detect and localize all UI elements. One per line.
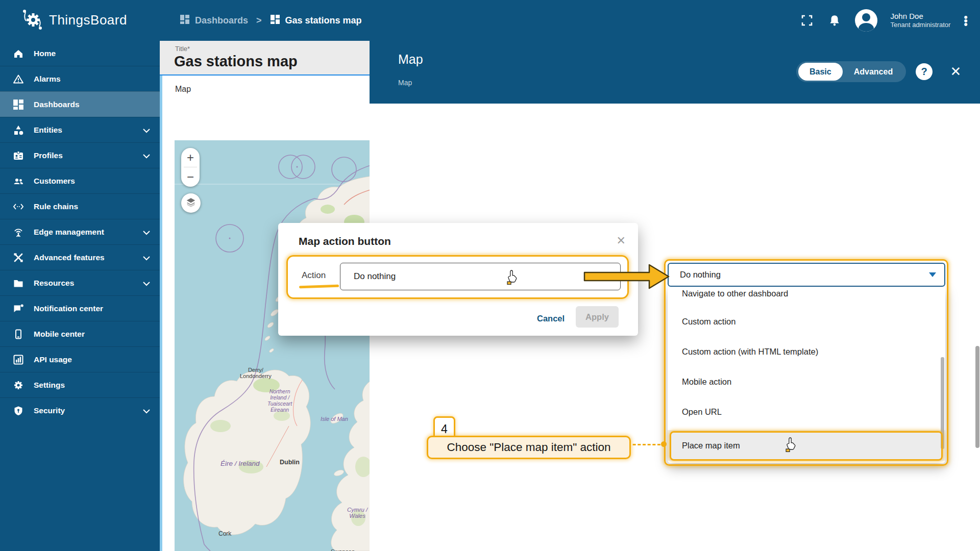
option-mobile-action[interactable]: Mobile action [668, 367, 945, 396]
dialog-action-select[interactable]: Do nothing [340, 263, 621, 290]
sidebar-item-advanced-features[interactable]: Advanced features [0, 244, 160, 270]
home-icon [12, 47, 24, 60]
panel-scrollbar[interactable] [975, 346, 979, 448]
action-field-label: Action [302, 270, 326, 281]
thingsboard-logo: ThingsBoard [21, 7, 127, 33]
app-header: ThingsBoard Dashboards > Gas stations ma… [0, 0, 980, 41]
breadcrumb-dashboards[interactable]: Dashboards [180, 14, 248, 27]
sidebar: Home Alarms Dashboards Entities Profiles… [0, 41, 160, 551]
option-place-map-item[interactable]: Place map item [668, 430, 945, 461]
map-layers-button[interactable] [181, 193, 201, 213]
chevron-down-icon [142, 127, 151, 136]
tools-icon [12, 252, 24, 264]
sidebar-item-security[interactable]: Security [0, 397, 160, 423]
layers-icon [185, 196, 197, 210]
notification-flag-icon [12, 303, 24, 315]
widget-title: Map [175, 85, 191, 94]
sidebar-item-dashboards[interactable]: Dashboards [0, 91, 160, 117]
label-underline-annotation [299, 285, 339, 289]
chart-icon [12, 354, 24, 366]
option-open-url[interactable]: Open URL [668, 397, 945, 426]
step-arrow-annotation [582, 259, 674, 294]
option-custom-action[interactable]: Custom action [668, 307, 945, 336]
user-name: John Doe [891, 11, 951, 21]
chevron-down-icon [142, 280, 151, 289]
badge-icon [12, 149, 24, 162]
breadcrumb-current[interactable]: Gas stations map [270, 14, 362, 27]
sidebar-item-notification-center[interactable]: Notification center [0, 295, 160, 321]
zoom-out-button[interactable]: − [181, 167, 200, 186]
annotation-connector-dot [661, 441, 667, 447]
cancel-button[interactable]: Cancel [537, 314, 568, 323]
gear-logo-icon [21, 7, 43, 33]
user-info: John Doe Tenant administrator [891, 11, 951, 30]
sidebar-item-settings[interactable]: Settings [0, 372, 160, 397]
option-navigate-dashboard[interactable]: Navigate to other dashboard [668, 287, 945, 305]
close-icon[interactable]: ✕ [947, 63, 964, 80]
dashboards-grid-icon [12, 98, 24, 111]
tab-advanced[interactable]: Advanced [843, 63, 904, 81]
settings-title: Map [398, 52, 423, 67]
dashboard-grid-icon [270, 14, 280, 27]
title-field-label: Title* [175, 45, 190, 53]
breadcrumb-separator: > [256, 15, 262, 26]
select-caret-icon [929, 272, 936, 277]
dialog-close-icon[interactable]: ✕ [617, 234, 626, 247]
sidebar-item-customers[interactable]: Customers [0, 168, 160, 193]
breadcrumb: Dashboards > Gas stations map [180, 0, 362, 41]
user-role: Tenant administrator [891, 21, 951, 30]
shield-icon [12, 405, 24, 417]
action-field-highlight: Action Do nothing [286, 255, 629, 299]
logo-text: ThingsBoard [49, 12, 127, 28]
map-graphic [175, 140, 372, 551]
gear-icon [12, 379, 24, 391]
sidebar-item-rule-chains[interactable]: Rule chains [0, 193, 160, 219]
warning-icon [12, 73, 24, 85]
widget-settings-header: Map Map Basic Advanced ? ✕ [370, 41, 980, 104]
rule-chain-icon [12, 201, 24, 213]
action-type-dropdown: Navigate to other dashboard Custom actio… [668, 287, 945, 463]
sidebar-item-alarms[interactable]: Alarms [0, 66, 160, 91]
phone-icon [12, 328, 24, 340]
annotation-text: Choose "Place map item" action [447, 441, 610, 454]
dropdown-scrollbar[interactable] [941, 357, 944, 449]
sidebar-item-edge-management[interactable]: Edge management [0, 219, 160, 244]
tab-basic[interactable]: Basic [798, 63, 843, 81]
sidebar-item-resources[interactable]: Resources [0, 270, 160, 295]
action-type-value: Do nothing [669, 270, 929, 280]
shapes-icon [12, 124, 24, 136]
dialog-action-value: Do nothing [340, 271, 396, 282]
option-custom-action-html[interactable]: Custom action (with HTML template) [668, 337, 945, 366]
fullscreen-icon[interactable] [800, 13, 814, 28]
annotation-callout: Choose "Place map item" action [427, 436, 631, 459]
sidebar-item-entities[interactable]: Entities [0, 117, 160, 142]
mode-toggle: Basic Advanced [796, 61, 906, 82]
zoom-in-button[interactable]: + [181, 148, 200, 167]
chevron-down-icon [142, 254, 151, 263]
avatar[interactable] [855, 9, 877, 32]
annotation-dashed-connector [628, 444, 660, 445]
chevron-down-icon [142, 229, 151, 238]
more-menu-icon[interactable]: ••• [964, 15, 968, 26]
folder-icon [12, 277, 24, 289]
chevron-down-icon [142, 407, 151, 416]
help-icon[interactable]: ? [916, 63, 933, 80]
sidebar-item-api-usage[interactable]: API usage [0, 346, 160, 372]
sidebar-item-home[interactable]: Home [0, 41, 160, 66]
people-icon [12, 175, 24, 187]
antenna-icon [12, 226, 24, 238]
chevron-down-icon [142, 152, 151, 161]
dialog-title: Map action button [299, 235, 391, 247]
dashboard-title-field[interactable]: Title* Gas stations map [160, 41, 370, 76]
action-type-select[interactable]: Do nothing [668, 263, 945, 287]
notifications-bell-icon[interactable] [827, 13, 842, 28]
dashboards-grid-icon [180, 14, 190, 27]
dashboard-title: Gas stations map [174, 53, 298, 70]
sidebar-item-mobile-center[interactable]: Mobile center [0, 321, 160, 346]
sidebar-item-profiles[interactable]: Profiles [0, 142, 160, 168]
map-zoom-control: + − [181, 148, 200, 187]
settings-subtitle: Map [398, 79, 412, 87]
map-canvas[interactable]: Alba / Scotland Derry/ Londonderry North… [175, 140, 372, 551]
dialog-apply-button[interactable]: Apply [576, 306, 619, 328]
